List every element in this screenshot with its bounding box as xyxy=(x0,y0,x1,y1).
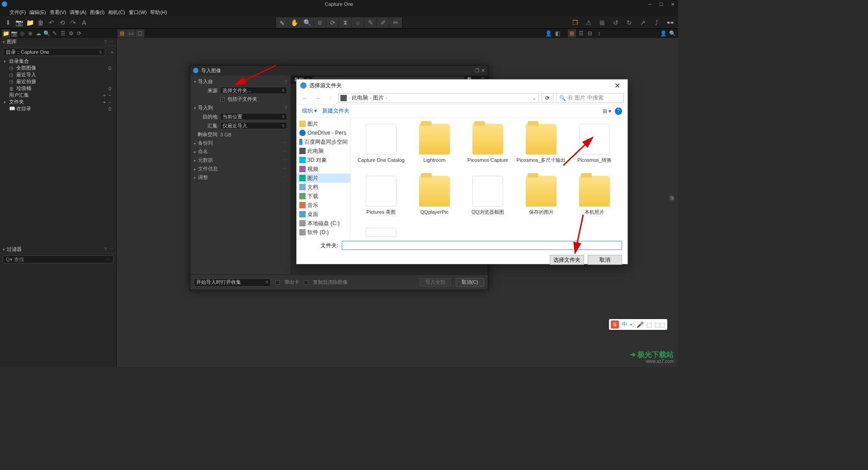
grid-icon[interactable]: ⊞ xyxy=(597,17,608,28)
rview-sort-icon[interactable]: ↕ xyxy=(595,29,603,38)
undo-icon[interactable]: ↶ xyxy=(46,17,57,28)
tab-capture-icon[interactable]: 📷 xyxy=(10,29,18,38)
menu-edit[interactable]: 编辑(E) xyxy=(28,9,47,16)
tree-item[interactable]: 文档 xyxy=(297,183,350,192)
tree-item[interactable]: OneDrive - Pers xyxy=(297,128,350,137)
tree-all-images[interactable]: ◷全部图像0 xyxy=(0,65,116,71)
section-naming[interactable]: ▸命名⋯ xyxy=(190,147,291,156)
add-catalog-button[interactable]: + xyxy=(108,49,116,55)
tree-item[interactable]: 桌面 xyxy=(297,210,350,219)
rsearch-icon[interactable]: 🔍 xyxy=(668,29,676,38)
ime-punct-button[interactable]: •, xyxy=(630,321,634,328)
add-folder-icon[interactable]: + xyxy=(102,99,107,105)
address-bar[interactable]: › 此电脑 › 图片 › ⌄ xyxy=(338,93,539,103)
minimize-button[interactable]: ─ xyxy=(644,0,656,8)
section-adjust[interactable]: ▸调整⋯ xyxy=(190,173,291,182)
catalog-selector[interactable]: 目录：Capture One ⇅ xyxy=(3,48,105,56)
menu-help[interactable]: 帮助(H) xyxy=(149,9,168,16)
tree-in-catalog[interactable]: 📖在目录0 xyxy=(0,105,116,112)
tree-item[interactable]: 此电脑 xyxy=(297,146,350,155)
folder-item[interactable]: 保存的图片 xyxy=(514,173,568,225)
filter-help-icon[interactable]: ? xyxy=(104,247,107,252)
share-icon[interactable]: ⤴ xyxy=(651,17,662,28)
crop-icon[interactable]: ⧇ xyxy=(314,17,326,28)
rview-list-icon[interactable]: ☰ xyxy=(577,29,585,38)
view-filmstrip-icon[interactable]: ▭ xyxy=(127,29,136,38)
import-icon[interactable]: ⬇ xyxy=(3,17,14,28)
help-icon[interactable]: ? xyxy=(104,39,107,45)
glasses-icon[interactable]: 👓 xyxy=(665,17,675,28)
windows-icon[interactable]: ❐ xyxy=(570,17,580,28)
select-folder-button[interactable]: 选择文件夹 xyxy=(550,255,584,265)
folder-item[interactable]: Picosmos_转换 xyxy=(568,121,621,173)
tab-meta-icon[interactable]: ☰ xyxy=(59,29,67,38)
spot-icon[interactable]: ○ xyxy=(352,17,364,28)
loupe-icon[interactable]: 🔍 xyxy=(301,17,314,28)
dialog-close-icon[interactable]: ✕ xyxy=(481,68,485,74)
tree-trash[interactable]: 🗑垃圾桶0 xyxy=(0,85,116,92)
mask-erase-icon[interactable]: ✐ xyxy=(377,17,390,28)
mask-draw-icon[interactable]: ✎ xyxy=(364,17,377,28)
export-icon[interactable]: ↗ xyxy=(637,17,648,28)
tree-item[interactable]: 下载 xyxy=(297,192,350,201)
folder-cancel-button[interactable]: 取消 xyxy=(588,255,622,265)
tree-item[interactable]: 本地磁盘 (C:) xyxy=(297,219,350,228)
help-icon[interactable]: ? xyxy=(615,108,622,115)
rotate-ccw-icon[interactable]: ↺ xyxy=(610,17,621,28)
tree-recent-capture[interactable]: ◷最近拍摄 xyxy=(0,78,116,85)
redo-icon[interactable]: ↷ xyxy=(68,17,79,28)
mask-grad-icon[interactable]: ✏ xyxy=(390,17,402,28)
tab-batch-icon[interactable]: ⟳ xyxy=(75,29,83,38)
dialog-restore-icon[interactable]: ❐ xyxy=(475,68,479,74)
tab-adjust-icon[interactable]: ✎ xyxy=(51,29,59,38)
ime-voice-button[interactable]: 🎤 xyxy=(637,321,644,328)
folder-search-input[interactable]: 🔍 在 图片 中搜索 xyxy=(556,93,624,103)
destination-selector[interactable]: 当前位置⇅ xyxy=(220,113,287,120)
folder-path-input[interactable] xyxy=(342,241,622,250)
reset-icon[interactable]: ⟲ xyxy=(57,17,68,28)
close-button[interactable]: ✕ xyxy=(667,0,678,8)
tree-recent-import[interactable]: ◷最近导入 xyxy=(0,71,116,78)
folder-item[interactable] xyxy=(354,225,408,239)
panel-library-head[interactable]: ▾ 图库 ? ⋯ xyxy=(0,38,116,46)
section-import-from[interactable]: ▾导入自? xyxy=(190,77,291,86)
filter-search-input[interactable]: Q▾ 查找 ⋯ xyxy=(3,255,113,263)
nav-back-icon[interactable]: ← xyxy=(300,93,310,103)
folder-item[interactable]: Picosmos_多尺寸输出 xyxy=(514,121,568,173)
remove-folder-icon[interactable]: − xyxy=(107,99,113,105)
folder-dialog-close-button[interactable]: ✕ xyxy=(610,81,624,90)
folder-dialog-titlebar[interactable]: 选择源文件夹 ✕ xyxy=(297,80,627,91)
remove-icon[interactable]: − xyxy=(107,93,113,98)
collection-selector[interactable]: 仅最近导入⇅ xyxy=(220,122,287,129)
view-single-icon[interactable]: ☐ xyxy=(136,29,145,38)
ime-toolbar[interactable]: S 中 •, 🎤 ⬚ ⬚⬚ xyxy=(609,319,667,330)
folder-item[interactable]: Picosmos Capture xyxy=(461,121,514,173)
folder-item[interactable]: Lightroom xyxy=(408,121,461,173)
user-icon[interactable]: 👤 xyxy=(544,29,552,38)
ruser-icon[interactable]: 👤 xyxy=(659,29,667,38)
folder-item[interactable]: QQplayerPic xyxy=(408,173,461,225)
rotate-cw-icon[interactable]: ↻ xyxy=(624,17,635,28)
add-icon[interactable]: + xyxy=(102,93,107,98)
camera-icon[interactable]: 📷 xyxy=(14,17,24,28)
folder-item[interactable]: 本机照片 xyxy=(568,173,621,225)
menu-file[interactable]: 文件(F) xyxy=(8,9,27,16)
menu-camera[interactable]: 相机(C) xyxy=(107,9,126,16)
import-cancel-button[interactable]: 取消(C) xyxy=(456,278,484,287)
folder-item[interactable]: QQ浏览器截图 xyxy=(461,173,514,225)
warning-icon[interactable]: ⚠ xyxy=(583,17,594,28)
view-mode-icon[interactable]: ⊞ ▾ xyxy=(603,108,611,114)
ime-keyboard-button[interactable]: ⬚⬚ xyxy=(655,321,665,328)
menu-window[interactable]: 窗口(W) xyxy=(127,9,148,16)
addr-dropdown-icon[interactable]: ⌄ xyxy=(532,95,537,101)
import-all-button[interactable]: 导入全部 xyxy=(420,278,451,287)
rview-grid-icon[interactable]: ⊞ xyxy=(568,29,576,38)
folder-item[interactable]: Capture One Catalog xyxy=(354,121,408,173)
panel-filter-head[interactable]: ▾ 过滤器 ? ⋯ xyxy=(0,245,116,254)
tree-group-folders[interactable]: ▾文件夹 +− xyxy=(0,99,116,105)
section-fileinfo[interactable]: ▸文件信息⋯ xyxy=(190,164,291,173)
refresh-button[interactable]: ⟳ xyxy=(542,93,553,103)
tree-item[interactable]: 视频 xyxy=(297,164,350,174)
rotate-icon[interactable]: ⟳ xyxy=(326,17,339,28)
menu-dots-icon[interactable]: ⋯ xyxy=(108,39,113,45)
